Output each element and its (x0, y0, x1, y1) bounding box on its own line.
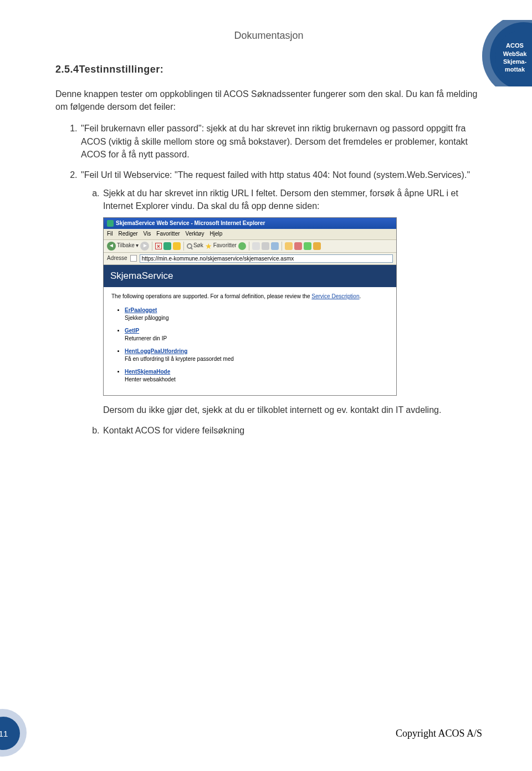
operation-link[interactable]: GetIP (125, 328, 139, 334)
operation-item: ErPaalogget Sjekker pålogging (125, 307, 388, 323)
messenger-icon[interactable] (304, 242, 311, 250)
operation-link[interactable]: ErPaalogget (125, 307, 157, 313)
assist-icon[interactable] (313, 242, 321, 250)
supported-text: The following operations are supported. … (111, 293, 388, 301)
ie-addressbar: Adresse (104, 253, 396, 265)
service-title: SkjemaService (104, 265, 396, 288)
operations-list: ErPaalogget Sjekker pålogging GetIP Retu… (111, 307, 388, 384)
history-icon[interactable] (238, 242, 246, 250)
edit-icon[interactable] (271, 242, 279, 250)
ie-menubar: Fil Rediger Vis Favoritter Verktøy Hjelp (104, 229, 396, 240)
menu-item[interactable]: Favoritter (156, 230, 180, 238)
forward-button[interactable] (140, 242, 149, 251)
page-icon (130, 255, 137, 262)
list-item: Kontakt ACOS for videre feilsøkning (102, 424, 482, 437)
lettered-list: Sjekk at du har skrevet inn riktig URL I… (81, 187, 482, 437)
search-button[interactable]: Søk (187, 242, 203, 250)
section-heading: 2.5.4Testinnstillinger: (55, 64, 482, 75)
badge-text: ACOS WebSak Skjema- mottak (503, 42, 527, 73)
mail-icon[interactable] (252, 242, 260, 250)
operation-item: GetIP Returnerer din IP (125, 327, 388, 343)
list-item: "Feil Url til Webservice: "The request f… (80, 169, 482, 437)
page-header-label: Dokumentasjon (55, 28, 482, 42)
ie-app-icon (107, 220, 114, 227)
back-icon (107, 242, 116, 251)
numbered-list: "Feil brukernavn eller passord": sjekk a… (55, 122, 482, 437)
brand-badge: ACOS WebSak Skjema- mottak (466, 20, 532, 86)
folder-icon[interactable] (285, 242, 293, 250)
menu-item[interactable]: Rediger (119, 230, 138, 238)
operation-desc: Få en utfordring til å kryptere passorde… (125, 355, 388, 364)
refresh-icon[interactable] (163, 242, 171, 250)
stop-icon[interactable]: × (155, 243, 162, 249)
operation-item: HentLoggPaaUtfordring Få en utfordring t… (125, 348, 388, 364)
page-number-badge: 11 (0, 718, 50, 749)
menu-item[interactable]: Verktøy (186, 230, 204, 238)
ie-titlebar: SkjemaService Web Service - Microsoft In… (104, 218, 396, 229)
list-item: "Feil brukernavn eller passord": sjekk a… (80, 122, 482, 161)
operation-desc: Henter websakhodet (125, 376, 388, 384)
page-number: 11 (0, 729, 8, 738)
ie-toolbar: Tilbake ▾ × Søk (104, 240, 396, 253)
intro-paragraph: Denne knappen tester om oppkoblingen til… (55, 88, 482, 113)
favorites-button[interactable]: ★ Favoritter (205, 242, 237, 250)
menu-item[interactable]: Vis (144, 230, 151, 238)
operation-link[interactable]: HentLoggPaaUtfordring (125, 348, 187, 354)
window-title: SkjemaService Web Service - Microsoft In… (116, 219, 265, 228)
home-icon[interactable] (173, 242, 181, 250)
search-icon (187, 243, 192, 249)
operation-link[interactable]: HentSkjemaHode (125, 369, 170, 375)
star-icon: ★ (205, 242, 212, 250)
service-description-link[interactable]: Service Description (311, 293, 359, 299)
operation-desc: Returnerer din IP (125, 335, 388, 343)
list-item: Sjekk at du har skrevet inn riktig URL I… (102, 187, 482, 416)
menu-item[interactable]: Hjelp (209, 230, 222, 238)
address-label: Adresse (107, 254, 127, 263)
after-screenshot-text: Dersom du ikke gjør det, sjekk at du er … (103, 404, 482, 416)
print-icon[interactable] (262, 242, 269, 250)
operation-item: HentSkjemaHode Henter websakhodet (125, 368, 388, 384)
copyright-text: Copyright ACOS A/S (396, 728, 482, 739)
operation-desc: Sjekker pålogging (125, 314, 388, 323)
address-input[interactable] (140, 254, 393, 263)
forward-icon (140, 242, 149, 251)
back-button[interactable]: Tilbake ▾ (107, 242, 139, 251)
embedded-screenshot: SkjemaService Web Service - Microsoft In… (103, 217, 397, 396)
discuss-icon[interactable] (294, 242, 302, 250)
menu-item[interactable]: Fil (107, 230, 113, 238)
